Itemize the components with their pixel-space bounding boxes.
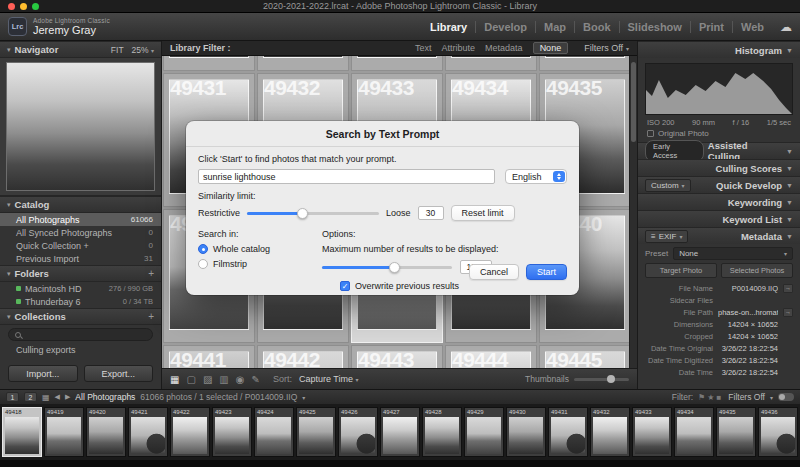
module-tab[interactable]: Print — [690, 21, 732, 33]
grid-scrollbar-thumb[interactable] — [631, 62, 636, 142]
filmstrip-radio[interactable]: Filmstrip — [198, 259, 308, 269]
loupe-view-icon[interactable]: ▢ — [186, 374, 195, 385]
survey-view-icon[interactable]: ▥ — [219, 374, 228, 385]
add-folder-button[interactable]: + — [148, 268, 154, 279]
main-window-button[interactable]: 1 — [6, 392, 19, 402]
module-tab[interactable]: Slideshow — [619, 21, 690, 33]
module-tab[interactable]: Develop — [475, 21, 535, 33]
grid-cell[interactable]: 49442 — [257, 345, 349, 368]
navigator-zoom-select[interactable]: 25% ▾ — [132, 45, 154, 55]
previous-photo-arrow-icon[interactable]: ◀ — [55, 393, 60, 401]
grid-cell[interactable] — [445, 56, 537, 71]
filmstrip-thumbnail[interactable]: 49436 — [758, 407, 798, 457]
metadata-header[interactable]: ≡EXIF▾ Metadata ▼ — [638, 227, 800, 244]
filter-option[interactable]: None — [533, 42, 569, 54]
filmstrip-thumbnail[interactable]: 49427 — [380, 407, 420, 457]
go-to-field-icon[interactable]: → — [783, 284, 793, 293]
collections-header[interactable]: ▾ Collections + — [0, 308, 161, 325]
navigator-preview[interactable] — [0, 58, 161, 196]
start-button[interactable]: Start — [526, 264, 567, 280]
filmstrip-thumbnail[interactable]: 49421 — [128, 407, 168, 457]
similarity-value-input[interactable] — [418, 206, 444, 220]
filter-option[interactable]: Metadata — [485, 43, 523, 53]
thumbnail-size-slider[interactable] — [574, 378, 629, 381]
filmstrip-thumbnail[interactable]: 49418 — [2, 407, 42, 457]
grid-cell[interactable]: 49441 — [163, 345, 255, 368]
slider-knob[interactable] — [389, 262, 400, 273]
filmstrip-thumbnail[interactable]: 49423 — [212, 407, 252, 457]
language-select[interactable]: English — [505, 169, 567, 184]
filmstrip-thumbnail[interactable]: 49424 — [254, 407, 294, 457]
keywording-header[interactable]: Keywording ▼ — [638, 193, 800, 210]
minimize-window-button[interactable] — [20, 3, 27, 10]
catalog-item[interactable]: Quick Collection + 0 — [0, 239, 161, 252]
histogram-graph[interactable] — [645, 63, 793, 115]
next-photo-arrow-icon[interactable]: ▶ — [65, 393, 70, 401]
filter-flag-star-icons[interactable]: ⚑★■ — [698, 393, 723, 402]
filmstrip-thumbnail[interactable]: 49433 — [632, 407, 672, 457]
filmstrip-thumbnail[interactable]: 49428 — [422, 407, 462, 457]
add-collection-button[interactable]: + — [148, 311, 154, 322]
collections-filter-input[interactable] — [8, 328, 153, 341]
filmstrip-thumbnail[interactable]: 49422 — [170, 407, 210, 457]
folder-item[interactable]: Macintosh HD 276 / 990 GB — [0, 282, 161, 295]
grid-cell[interactable]: 49445 — [539, 345, 631, 368]
metadata-mode-select[interactable]: ≡EXIF▾ — [645, 230, 688, 243]
folder-item[interactable]: Thunderbay 6 0 / 34 TB — [0, 295, 161, 308]
zoom-window-button[interactable] — [32, 3, 39, 10]
navigator-header[interactable]: ▾ Navigator FIT 25% ▾ — [0, 41, 161, 58]
module-tab[interactable]: Map — [535, 21, 574, 33]
module-tab[interactable]: Library — [422, 21, 475, 33]
selected-photos-button[interactable]: Selected Photos — [721, 263, 793, 278]
quick-develop-preset-select[interactable]: Custom▾ — [645, 179, 691, 192]
culling-scores-header[interactable]: Culling Scores ▼ — [638, 159, 800, 176]
filmstrip-thumbnail[interactable]: 49420 — [86, 407, 126, 457]
catalog-item[interactable]: All Synced Photographs 0 — [0, 226, 161, 239]
grid-cell[interactable] — [257, 56, 349, 71]
filter-preset-select[interactable]: Filters Off ▾ — [584, 43, 629, 53]
import-button[interactable]: Import... — [8, 365, 78, 382]
filmstrip-thumbnail[interactable]: 49432 — [590, 407, 630, 457]
similarity-slider[interactable] — [247, 212, 379, 215]
filter-option[interactable]: Attribute — [442, 43, 476, 53]
sort-value-select[interactable]: Capture Time ▾ — [299, 374, 359, 384]
prompt-input[interactable] — [198, 169, 495, 184]
compare-view-icon[interactable]: ▨ — [203, 374, 212, 385]
histogram-header[interactable]: Histogram ▼ — [638, 41, 800, 58]
go-to-field-icon[interactable]: → — [783, 308, 793, 317]
catalog-header[interactable]: ▾ Catalog — [0, 196, 161, 213]
cloud-sync-icon[interactable]: ☁ — [780, 20, 792, 34]
filter-toggle-switch[interactable] — [778, 393, 794, 401]
filmstrip-thumbnail[interactable]: 49425 — [296, 407, 336, 457]
catalog-item[interactable]: All Photographs 61066 — [0, 213, 161, 226]
collection-item[interactable]: Culling exports — [0, 343, 161, 356]
filmstrip-thumbnail[interactable]: 49426 — [338, 407, 378, 457]
grid-scrollbar[interactable] — [629, 56, 637, 368]
slider-knob[interactable] — [607, 375, 615, 383]
navigator-fit-option[interactable]: FIT — [111, 45, 124, 55]
filmstrip-thumbnail[interactable]: 49419 — [44, 407, 84, 457]
export-button[interactable]: Export... — [84, 365, 154, 382]
filmstrip-filter-value[interactable]: Filters Off — [728, 392, 765, 402]
filmstrip-source[interactable]: All Photographs — [75, 392, 135, 402]
folders-header[interactable]: ▾ Folders + — [0, 265, 161, 282]
people-view-icon[interactable]: ◉ — [236, 374, 245, 385]
filmstrip-thumbnail[interactable]: 49431 — [548, 407, 588, 457]
reset-limit-button[interactable]: Reset limit — [451, 205, 515, 221]
grid-cell[interactable] — [163, 56, 255, 71]
painter-tool-icon[interactable]: ✎ — [252, 374, 260, 385]
grid-cell[interactable]: 49443 — [351, 345, 443, 368]
filmstrip-thumbnail[interactable]: 49430 — [506, 407, 546, 457]
filmstrip-thumbnail[interactable]: 49435 — [716, 407, 756, 457]
overwrite-checkbox[interactable]: ✓ Overwrite previous results — [340, 281, 567, 291]
filter-option[interactable]: Text — [415, 43, 432, 53]
grid-cell[interactable] — [539, 56, 631, 71]
target-photo-button[interactable]: Target Photo — [645, 263, 717, 278]
catalog-item[interactable]: Previous Import 31 — [0, 252, 161, 265]
close-window-button[interactable] — [8, 3, 15, 10]
cancel-button[interactable]: Cancel — [469, 264, 519, 280]
metadata-preset-select[interactable]: None▾ — [673, 247, 793, 260]
module-tab[interactable]: Book — [574, 21, 619, 33]
grid-shortcut-icon[interactable]: ▦ — [42, 393, 50, 402]
grid-cell[interactable]: 49444 — [445, 345, 537, 368]
